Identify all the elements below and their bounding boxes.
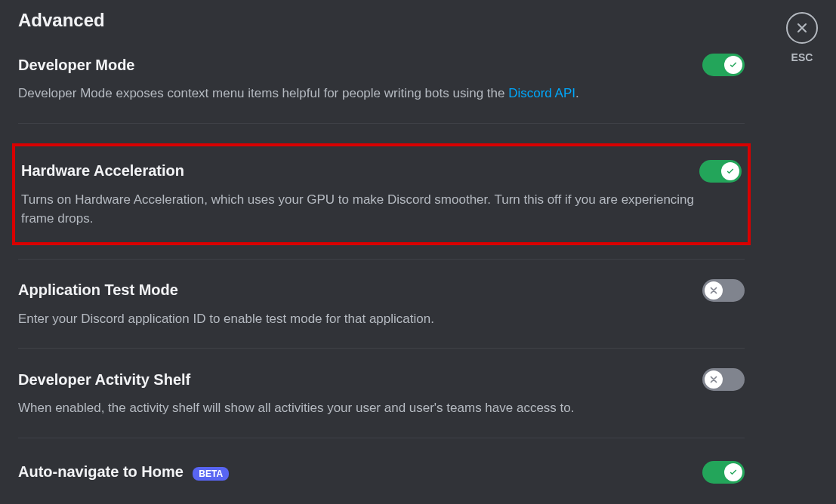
close-button[interactable] — [786, 12, 818, 44]
toggle-hardware-acceleration[interactable] — [699, 160, 742, 183]
close-area: ESC — [786, 12, 818, 63]
setting-description-developer-mode: Developer Mode exposes context menu item… — [18, 84, 705, 103]
setting-description-developer-activity-shelf: When enabled, the activity shelf will sh… — [18, 398, 705, 418]
setting-hardware-acceleration-highlighted: Hardware Acceleration Turns on Hardware … — [12, 143, 751, 245]
beta-badge: BETA — [193, 467, 229, 481]
setting-title-developer-activity-shelf: Developer Activity Shelf — [18, 371, 190, 389]
description-text: Developer Mode exposes context menu item… — [18, 86, 508, 100]
close-icon — [794, 20, 810, 35]
setting-auto-navigate-home: Auto-navigate to Home BETA — [18, 461, 745, 484]
check-icon — [724, 463, 742, 481]
esc-label: ESC — [791, 51, 813, 63]
setting-developer-activity-shelf: Developer Activity Shelf When enabled, t… — [18, 368, 745, 438]
discord-api-link[interactable]: Discord API — [508, 86, 575, 100]
page-title: Advanced — [18, 10, 745, 31]
setting-developer-mode: Developer Mode Developer Mode exposes co… — [18, 54, 745, 124]
setting-application-test-mode: Application Test Mode Enter your Discord… — [18, 259, 745, 349]
toggle-auto-navigate-home[interactable] — [702, 461, 745, 484]
setting-description-application-test-mode: Enter your Discord application ID to ena… — [18, 309, 705, 329]
setting-title-auto-navigate-home: Auto-navigate to Home — [18, 463, 184, 480]
setting-description-hardware-acceleration: Turns on Hardware Acceleration, which us… — [21, 190, 708, 229]
check-icon — [724, 56, 742, 74]
setting-title-developer-mode: Developer Mode — [18, 57, 134, 74]
setting-title-hardware-acceleration: Hardware Acceleration — [21, 162, 184, 180]
toggle-application-test-mode[interactable] — [702, 279, 745, 302]
description-suffix: . — [575, 86, 579, 100]
close-icon — [705, 370, 723, 389]
toggle-developer-activity-shelf[interactable] — [702, 368, 745, 391]
setting-title-application-test-mode: Application Test Mode — [18, 281, 178, 299]
check-icon — [721, 162, 739, 180]
close-icon — [705, 281, 723, 300]
toggle-developer-mode[interactable] — [702, 54, 745, 76]
